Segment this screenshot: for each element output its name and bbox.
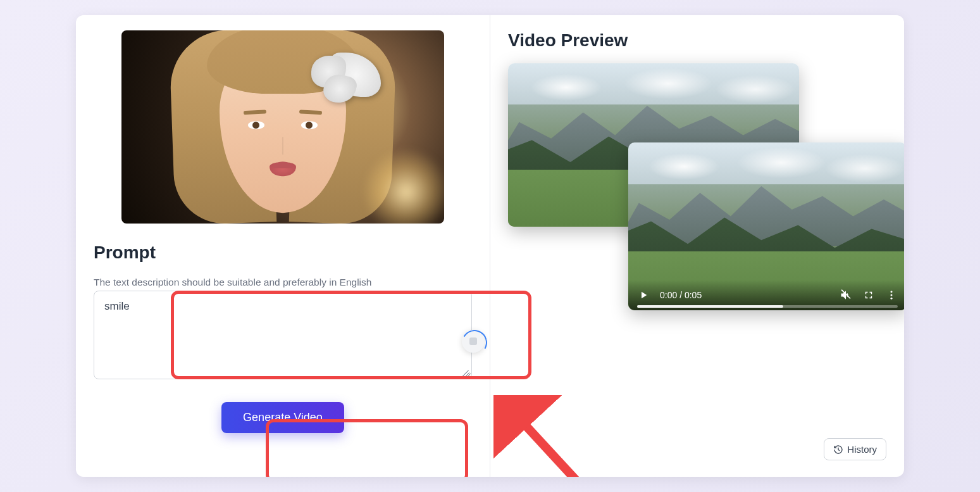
right-panel: Video Preview xyxy=(490,15,904,477)
preview-video-player[interactable]: 0:00 / 0:05 xyxy=(628,142,904,310)
volume-muted-icon xyxy=(840,289,852,301)
mute-button[interactable] xyxy=(840,289,852,301)
left-panel: Prompt The text description should be su… xyxy=(76,15,490,477)
fullscreen-button[interactable] xyxy=(862,289,875,301)
more-vertical-icon xyxy=(886,289,897,301)
prompt-heading: Prompt xyxy=(94,243,472,263)
preview-heading: Video Preview xyxy=(508,30,886,51)
play-icon xyxy=(638,289,649,301)
svg-point-2 xyxy=(891,298,893,300)
video-progress-bar[interactable] xyxy=(637,305,898,308)
history-button[interactable]: History xyxy=(824,438,886,460)
video-time-display: 0:00 / 0:05 xyxy=(660,290,829,300)
video-controls: 0:00 / 0:05 xyxy=(628,280,904,310)
history-icon xyxy=(833,445,843,455)
fullscreen-icon xyxy=(863,289,874,301)
svg-point-0 xyxy=(891,291,893,293)
prompt-input[interactable]: smile xyxy=(94,291,472,379)
prompt-hint-text: The text description should be suitable … xyxy=(94,277,472,288)
history-label: History xyxy=(847,444,877,455)
loading-spinner-icon xyxy=(462,330,485,353)
more-button[interactable] xyxy=(885,289,898,301)
play-button[interactable] xyxy=(637,289,650,301)
generate-video-button[interactable]: Generate Video xyxy=(221,402,344,433)
svg-point-1 xyxy=(891,294,893,296)
prompt-textarea-wrap: smile xyxy=(94,291,472,382)
source-image[interactable] xyxy=(121,30,444,224)
main-card: Prompt The text description should be su… xyxy=(76,15,904,477)
preview-stack: 0:00 / 0:05 xyxy=(508,63,886,336)
